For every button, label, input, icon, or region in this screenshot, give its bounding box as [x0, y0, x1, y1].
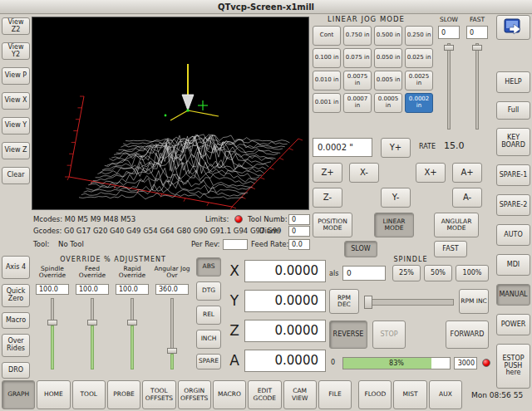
view-y-button[interactable]: View Y — [2, 117, 30, 135]
edit-gcode-tab-button[interactable]: EDIT GCODE — [248, 380, 281, 409]
spindle-override-slider[interactable] — [47, 298, 57, 369]
full-button[interactable]: Full — [496, 101, 530, 120]
spindle-rpm-slider[interactable] — [364, 299, 454, 306]
cam-view-tab-button[interactable]: CAM VIEW — [283, 380, 317, 409]
jog-increment-button[interactable]: 0.500 in — [374, 26, 402, 46]
graph-tab-button[interactable]: GRAPH — [2, 380, 35, 409]
rel-button[interactable]: REL — [196, 306, 221, 325]
probe-tab-button[interactable]: PROBE — [107, 380, 140, 409]
spindle-25pct-button[interactable]: 25% — [392, 265, 421, 281]
slider-track — [447, 43, 451, 130]
rpm-inc-button[interactable]: RPM INC — [459, 289, 489, 314]
spindle-rpm-slider-handle[interactable] — [364, 296, 372, 309]
rpm-dec-button[interactable]: RPM DEC — [329, 289, 359, 314]
tool-tab-button[interactable]: TOOL — [72, 380, 106, 409]
overrides-tab-button[interactable]: Over Rides — [2, 334, 30, 357]
jog-increment-button[interactable]: 0.010 in — [313, 71, 341, 91]
fast-jog-slider[interactable] — [472, 43, 482, 130]
view-y2-button[interactable]: View Y2 — [2, 42, 30, 60]
angular-mode-button[interactable]: ANGULAR MODE — [434, 213, 479, 237]
title-bar[interactable]: QTvcp-Screen-x1mill — [0, 0, 532, 14]
jog-x-plus-button[interactable]: X+ — [416, 163, 446, 183]
view-z2-button[interactable]: View Z2 — [2, 17, 30, 35]
slider-handle[interactable] — [472, 45, 482, 51]
view-x-button[interactable]: View X — [2, 92, 30, 110]
jog-y-minus-button[interactable]: Y- — [381, 188, 411, 208]
spindle-50pct-button[interactable]: 50% — [424, 265, 452, 281]
slider-handle[interactable] — [167, 348, 177, 354]
spindle-rpm-spinbox[interactable]: 0 — [342, 266, 386, 281]
spindle-100pct-button[interactable]: 100% — [456, 265, 489, 281]
slider-handle[interactable] — [47, 320, 57, 325]
flood-button[interactable]: FLOOD — [358, 380, 392, 409]
spindle-stop-button[interactable]: STOP — [372, 320, 406, 349]
jog-z-plus-button[interactable]: Z+ — [313, 163, 342, 183]
inch-button[interactable]: INCH — [196, 330, 221, 349]
backplot-view[interactable] — [32, 17, 309, 210]
jog-increment-button[interactable]: 0.0007 in — [343, 93, 372, 113]
position-mode-button[interactable]: POSITION MODE — [313, 213, 352, 237]
quick-zero-button[interactable]: Quick Zero — [2, 284, 30, 307]
clear-button[interactable]: Clear — [2, 167, 30, 184]
jog-increment-button[interactable]: 0.050 in — [374, 48, 402, 68]
axis-4-button[interactable]: Axis 4 — [2, 256, 30, 279]
dro-mode-column: ABS DTG REL INCH SPARE — [196, 257, 221, 369]
spare-2-button[interactable]: SPARE-2 — [496, 194, 530, 216]
macro-bottom-button[interactable]: MACRO — [213, 380, 246, 409]
help-button[interactable]: HELP — [496, 71, 530, 93]
slow-jog-slider[interactable] — [444, 43, 454, 130]
jog-x-minus-button[interactable]: X- — [349, 163, 379, 183]
angular-jog-override-slider[interactable] — [167, 298, 177, 369]
jog-z-minus-button[interactable]: Z- — [313, 188, 342, 208]
view-z-button[interactable]: View Z — [2, 142, 30, 159]
origin-offsets-tab-button[interactable]: ORGIN OFFSETS — [178, 380, 211, 409]
view-p-button[interactable]: View P — [2, 67, 30, 85]
abs-button[interactable]: ABS — [196, 257, 221, 276]
dro-tab-button[interactable]: DRO — [2, 362, 30, 379]
slider-handle[interactable] — [127, 320, 137, 325]
jog-increment-button[interactable]: 0.750 in — [343, 26, 372, 46]
rapid-override-slider[interactable] — [127, 298, 137, 369]
estop-button[interactable]: ESTOP PUSH here — [496, 344, 530, 389]
slider-handle[interactable] — [444, 45, 454, 51]
spare-1-button[interactable]: SPARE-1 — [496, 164, 530, 186]
macro-tab-button[interactable]: Macro — [2, 312, 30, 329]
jog-y-plus-button[interactable]: Y+ — [381, 138, 411, 158]
manual-mode-button[interactable]: MANUAL — [496, 284, 530, 306]
jog-increment-button[interactable]: 0.250 in — [405, 26, 433, 46]
linear-mode-button[interactable]: LINEAR MODE — [374, 213, 414, 237]
keyboard-button[interactable]: KEY BOARD — [496, 128, 530, 156]
jog-increment-button[interactable]: 0.100 in — [313, 48, 341, 68]
power-button[interactable]: POWER — [496, 314, 530, 335]
view-button-column: View Z2 View Y2 View P View X View Y Vie… — [2, 17, 30, 184]
exit-button[interactable] — [496, 15, 530, 40]
jog-increment-button[interactable]: 0.0075 in — [343, 71, 372, 91]
mist-button[interactable]: MIST — [393, 380, 426, 409]
jog-increment-button[interactable]: Cont — [313, 26, 341, 46]
jog-increment-button[interactable]: 0.005 in — [374, 71, 402, 91]
slow-jog-spinbox[interactable]: 0 — [438, 26, 460, 39]
home-tab-button[interactable]: HOME — [37, 380, 70, 409]
spindle-reverse-button[interactable]: REVERSE — [329, 320, 367, 349]
file-tab-button[interactable]: FILE — [318, 380, 352, 409]
jog-increment-button[interactable]: 0.0005 in — [374, 93, 402, 113]
jog-increment-button[interactable]: 0.075 in — [343, 48, 372, 68]
jog-a-plus-button[interactable]: A+ — [452, 163, 482, 183]
fast-jog-label: FAST — [466, 16, 489, 23]
aux-button[interactable]: AUX — [429, 380, 462, 409]
bottom-tab-row: GRAPH HOME TOOL PROBE TOOL OFFSETS ORGIN… — [2, 380, 530, 409]
jog-a-minus-button[interactable]: A- — [452, 188, 482, 208]
jog-increment-button[interactable]: 0.025 in — [405, 48, 433, 68]
spindle-forward-button[interactable]: FORWARD — [446, 320, 489, 349]
auto-mode-button[interactable]: AUTO — [496, 224, 530, 246]
slider-handle[interactable] — [87, 320, 97, 325]
fast-jog-spinbox[interactable]: 0 — [466, 26, 488, 39]
jog-increment-button-selected[interactable]: 0.0002 in — [405, 93, 433, 113]
jog-increment-button[interactable]: 0.0025 in — [405, 71, 433, 91]
mdi-mode-button[interactable]: MDI — [496, 254, 530, 276]
jog-increment-button[interactable]: 0.001 in — [313, 93, 341, 113]
dtg-button[interactable]: DTG — [196, 281, 221, 301]
feed-override-slider[interactable] — [87, 298, 97, 369]
tool-offsets-tab-button[interactable]: TOOL OFFSETS — [142, 380, 175, 409]
spare-button[interactable]: SPARE — [196, 354, 221, 369]
